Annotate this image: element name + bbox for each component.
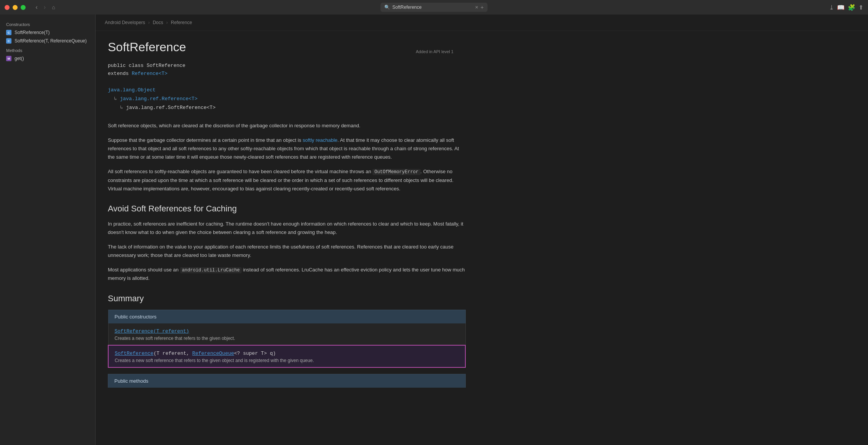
- constructor2-sig[interactable]: SoftReference(T referent, ReferenceQueue…: [115, 349, 459, 356]
- sidebar-section-constructors: Constructors: [0, 19, 95, 28]
- breadcrumb-sep2: ›: [166, 20, 168, 25]
- inheritance-tree: java.lang.Object ↳ java.lang.ref.Referen…: [108, 86, 466, 112]
- breadcrumb-docs[interactable]: Docs: [153, 20, 163, 25]
- inheritance-level2: ↳ java.lang.ref.Reference<T>: [114, 94, 466, 103]
- share-button[interactable]: ⬆: [858, 4, 863, 11]
- constructor1-content: SoftReference(T referent) Creates a new …: [108, 323, 465, 345]
- page-content: Added in API level 1 SoftReference publi…: [96, 31, 478, 403]
- new-tab-icon[interactable]: +: [481, 4, 484, 10]
- class-signature: public class SoftReference extends Refer…: [108, 62, 466, 78]
- clear-search-icon[interactable]: ✕: [475, 5, 478, 10]
- lrucache-code: android.util.LruCache: [180, 267, 242, 273]
- breadcrumb-sep1: ›: [148, 20, 150, 25]
- constructor1-desc: Creates a new soft reference that refers…: [115, 336, 459, 341]
- extensions-button[interactable]: 🧩: [848, 4, 855, 11]
- titlebar-actions: ⤓ 📖 🧩 ⬆: [829, 4, 863, 11]
- sidebar-item-constructor1[interactable]: C SoftReference(T): [0, 28, 95, 37]
- constructor2-link-name[interactable]: SoftReference: [115, 351, 153, 356]
- avoid-desc3-pre: Most applications should use an: [108, 267, 180, 273]
- constructor2-row-highlighted: SoftReference(T referent, ReferenceQueue…: [108, 345, 465, 367]
- minimize-button[interactable]: [13, 5, 18, 10]
- sidebar-item-constructor2[interactable]: C SoftReference(T, ReferenceQueue): [0, 37, 95, 45]
- summary-section: Summary Public constructors SoftReferenc…: [108, 294, 466, 388]
- constructor2-sig-post: <? super T> q): [234, 351, 276, 356]
- constructor1-sig[interactable]: SoftReference(T referent): [115, 327, 459, 334]
- code-line1: public class SoftReference: [108, 62, 466, 70]
- main-layout: Constructors C SoftReference(T) C SoftRe…: [0, 15, 868, 445]
- constructors-header-row: Public constructors: [108, 310, 465, 323]
- search-icon: 🔍: [384, 5, 390, 10]
- search-bar[interactable]: 🔍 ✕ +: [380, 3, 488, 12]
- content-area[interactable]: Android Developers › Docs › Reference Ad…: [96, 15, 868, 445]
- api-badge: Added in API level 1: [416, 49, 454, 54]
- softly-reachable-link[interactable]: softly reachable: [302, 137, 337, 143]
- sidebar-item-method-get[interactable]: M get(): [0, 54, 95, 63]
- summary-heading: Summary: [108, 294, 466, 304]
- sidebar-item-constructor1-label: SoftReference(T): [15, 30, 50, 35]
- desc3-pre: All soft references to softly-reachable …: [108, 169, 372, 174]
- nav-buttons: ‹ › ⌂: [33, 3, 57, 11]
- search-input[interactable]: [392, 5, 473, 10]
- bookmarks-button[interactable]: ⤓: [829, 4, 834, 11]
- sidebar-item-constructor2-label: SoftReference(T, ReferenceQueue): [15, 38, 87, 44]
- maximize-button[interactable]: [21, 5, 26, 10]
- desc2: Suppose that the garbage collector deter…: [108, 136, 466, 161]
- inheritance-level3: ↳ java.lang.ref.SoftReference<T>: [120, 103, 466, 112]
- avoid-desc3: Most applications should use an android.…: [108, 266, 466, 283]
- close-button[interactable]: [5, 5, 10, 10]
- constructors-table: Public constructors SoftReference(T refe…: [108, 310, 466, 368]
- inheritance-object-link[interactable]: java.lang.Object: [108, 87, 156, 93]
- constructor2-desc: Creates a new soft reference that refers…: [115, 358, 459, 363]
- content-wrapper: Added in API level 1 SoftReference publi…: [108, 40, 466, 388]
- oom-error-code: OutOfMemoryError: [372, 169, 420, 175]
- desc3: All soft references to softly-reachable …: [108, 167, 466, 193]
- avoid-section-heading: Avoid Soft References for Caching: [108, 204, 466, 214]
- traffic-lights: [5, 5, 26, 10]
- methods-header-row: Public methods: [108, 374, 466, 388]
- breadcrumb-android-developers[interactable]: Android Developers: [105, 20, 145, 25]
- constructor2-icon: C: [6, 38, 11, 44]
- constructor1-icon: C: [6, 30, 11, 35]
- constructor1-row: SoftReference(T referent) Creates a new …: [108, 323, 465, 345]
- reading-list-button[interactable]: 📖: [837, 4, 845, 11]
- sidebar-item-method-label: get(): [15, 56, 24, 61]
- inheritance-reference-link[interactable]: java.lang.ref.Reference<T>: [120, 96, 198, 102]
- sidebar: Constructors C SoftReference(T) C SoftRe…: [0, 15, 96, 445]
- code-line2: extends Reference<T>: [108, 70, 466, 78]
- inheritance-softreference: java.lang.ref.SoftReference<T>: [126, 105, 216, 110]
- desc2-pre: Suppose that the garbage collector deter…: [108, 137, 302, 143]
- forward-button[interactable]: ›: [41, 3, 48, 11]
- home-button[interactable]: ⌂: [50, 3, 57, 11]
- breadcrumb: Android Developers › Docs › Reference: [96, 15, 868, 31]
- avoid-desc2: The lack of information on the value to …: [108, 243, 466, 260]
- desc1: Soft reference objects, which are cleare…: [108, 122, 466, 130]
- method-icon: M: [6, 56, 11, 61]
- constructor1-link[interactable]: SoftReference(T referent): [115, 328, 189, 334]
- constructors-header: Public constructors: [108, 310, 465, 323]
- methods-header: Public methods: [108, 374, 466, 388]
- referencequeue-link[interactable]: ReferenceQueue: [192, 351, 234, 356]
- inheritance-root: java.lang.Object: [108, 86, 466, 94]
- sidebar-section-methods: Methods: [0, 45, 95, 54]
- constructor2-sig-middle: (T referent,: [153, 351, 192, 356]
- back-button[interactable]: ‹: [33, 3, 40, 11]
- methods-table: Public methods: [108, 374, 466, 388]
- avoid-desc1: In practice, soft references are ineffic…: [108, 220, 466, 237]
- breadcrumb-reference: Reference: [171, 20, 192, 25]
- page-title: SoftReference: [108, 40, 466, 54]
- title-bar: ‹ › ⌂ 🔍 ✕ + ⤓ 📖 🧩 ⬆: [0, 0, 868, 15]
- constructor2-content: SoftReference(T referent, ReferenceQueue…: [108, 345, 465, 367]
